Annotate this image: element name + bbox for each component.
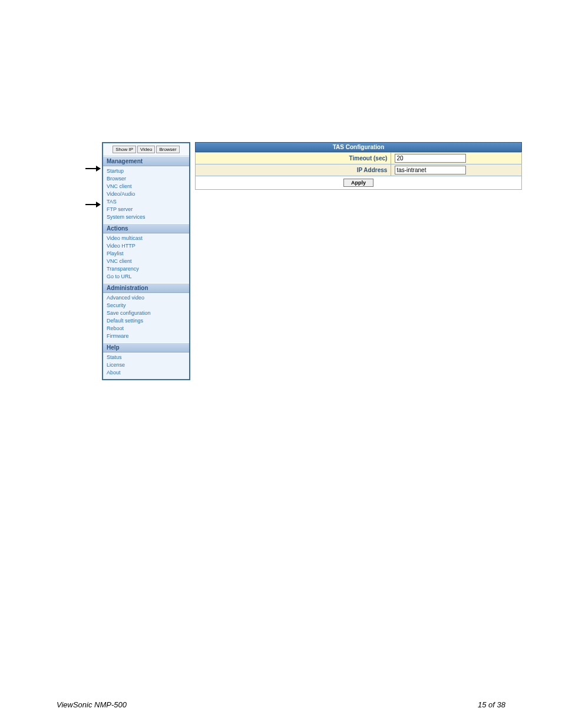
section-actions-header: Actions [103, 223, 189, 233]
nav-save-configuration[interactable]: Save configuration [107, 309, 186, 317]
nav-license[interactable]: License [107, 361, 186, 369]
config-table: Timeout (sec) IP Address [195, 152, 522, 176]
nav-status[interactable]: Status [107, 354, 186, 361]
nav-reboot[interactable]: Reboot [107, 325, 186, 332]
nav-advanced-video[interactable]: Advanced video [107, 294, 186, 302]
nav-video-http[interactable]: Video HTTP [107, 242, 186, 250]
arrow-tas [85, 202, 102, 207]
main-panel: TAS Configuration Timeout (sec) IP Addre… [195, 142, 522, 380]
nav-tas[interactable]: TAS [107, 198, 186, 206]
nav-ftp-server[interactable]: FTP server [107, 206, 186, 213]
cell-ip-value [391, 164, 522, 176]
nav-go-to-url[interactable]: Go to URL [107, 273, 186, 281]
row-ip: IP Address [196, 164, 522, 176]
nav-video-multicast[interactable]: Video multicast [107, 235, 186, 242]
section-help-header: Help [103, 342, 189, 353]
administration-list: Advanced video Security Save configurati… [103, 293, 189, 342]
nav-about[interactable]: About [107, 369, 186, 377]
nav-security[interactable]: Security [107, 302, 186, 309]
nav-startup[interactable]: Startup [107, 167, 186, 175]
nav-default-settings[interactable]: Default settings [107, 317, 186, 325]
nav-playlist[interactable]: Playlist [107, 250, 186, 258]
sidebar-top-buttons: Show IP Video Browser [103, 143, 189, 156]
row-timeout: Timeout (sec) [196, 153, 522, 164]
label-timeout: Timeout (sec) [196, 153, 391, 164]
page-footer: ViewSonic NMP-500 15 of 38 [57, 700, 505, 709]
video-button[interactable]: Video [137, 146, 155, 153]
footer-left: ViewSonic NMP-500 [57, 700, 127, 709]
management-list: Startup Browser VNC client Video/Audio T… [103, 166, 189, 223]
input-timeout[interactable] [395, 154, 466, 163]
label-ip: IP Address [196, 164, 391, 176]
browser-button[interactable]: Browser [156, 146, 179, 153]
apply-row: Apply [195, 176, 522, 190]
nav-browser[interactable]: Browser [107, 175, 186, 183]
footer-right: 15 of 38 [478, 700, 505, 709]
input-ip[interactable] [395, 166, 466, 174]
panel-title: TAS Configuration [195, 142, 522, 152]
show-ip-button[interactable]: Show IP [113, 146, 136, 153]
section-administration-header: Administration [103, 283, 189, 293]
section-management-header: Management [103, 156, 189, 166]
nav-vnc-client[interactable]: VNC client [107, 183, 186, 190]
apply-button[interactable]: Apply [343, 179, 373, 187]
help-list: Status License About [103, 353, 189, 379]
nav-system-services[interactable]: System services [107, 213, 186, 221]
cell-timeout-value [391, 153, 522, 164]
actions-list: Video multicast Video HTTP Playlist VNC … [103, 233, 189, 283]
sidebar: Show IP Video Browser Management Startup… [102, 142, 190, 380]
app-screenshot: Show IP Video Browser Management Startup… [102, 142, 522, 380]
nav-transparency[interactable]: Transparency [107, 265, 186, 273]
nav-firmware[interactable]: Firmware [107, 332, 186, 340]
arrow-management [85, 166, 102, 172]
nav-video-audio[interactable]: Video/Audio [107, 190, 186, 198]
nav-vnc-client-2[interactable]: VNC client [107, 258, 186, 265]
